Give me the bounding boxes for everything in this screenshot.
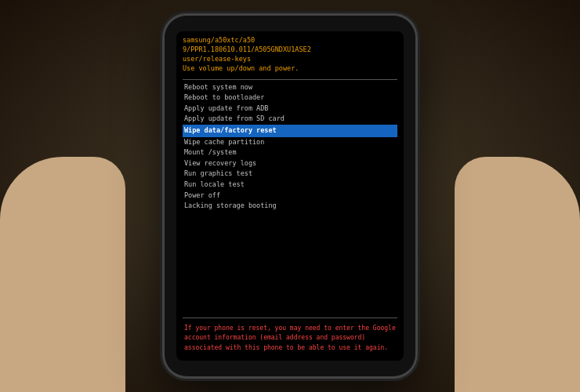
header-line-4: Use volume up/down and power. (183, 64, 397, 74)
header-line-1: samsung/a50xtc/a50 (183, 36, 397, 45)
header-line-3: user/release-keys (183, 55, 397, 64)
divider-top (183, 79, 397, 80)
divider-bottom (183, 318, 397, 318)
recovery-menu: Reboot system now Reboot to bootloader A… (183, 82, 397, 315)
warning-text: If your phone is reset, you may need to … (184, 324, 396, 353)
warning-section: If your phone is reset, you may need to … (183, 321, 397, 356)
menu-item-wipe-cache[interactable]: Wipe cache partition (183, 137, 397, 148)
menu-item-wipe-factory[interactable]: Wipe data/factory reset (183, 125, 397, 137)
header-line-2: 9/PPR1.180610.011/A505GNDXU1ASE2 (183, 45, 397, 55)
menu-item-locale-test[interactable]: Run locale test (183, 180, 397, 191)
menu-item-reboot-bootloader[interactable]: Reboot to bootloader (183, 93, 397, 103)
menu-item-reboot-system[interactable]: Reboot system now (183, 82, 397, 93)
hand-left (0, 157, 125, 392)
hand-right (455, 157, 580, 392)
phone-screen: samsung/a50xtc/a50 9/PPR1.180610.011/A50… (176, 31, 404, 361)
menu-item-apply-adb[interactable]: Apply update from ADB (183, 103, 397, 114)
scene: samsung/a50xtc/a50 9/PPR1.180610.011/A50… (0, 0, 580, 392)
device-header: samsung/a50xtc/a50 9/PPR1.180610.011/A50… (183, 36, 397, 74)
menu-item-lacking-storage[interactable]: Lacking storage booting (183, 201, 397, 212)
menu-item-view-logs[interactable]: View recovery logs (183, 158, 397, 169)
menu-item-graphics-test[interactable]: Run graphics test (183, 169, 397, 180)
menu-item-mount-system[interactable]: Mount /system (183, 147, 397, 158)
menu-item-apply-sd[interactable]: Apply update from SD card (183, 114, 397, 125)
menu-item-power-off[interactable]: Power off (183, 191, 397, 201)
phone: samsung/a50xtc/a50 9/PPR1.180610.011/A50… (165, 16, 415, 376)
recovery-screen: samsung/a50xtc/a50 9/PPR1.180610.011/A50… (176, 31, 404, 361)
